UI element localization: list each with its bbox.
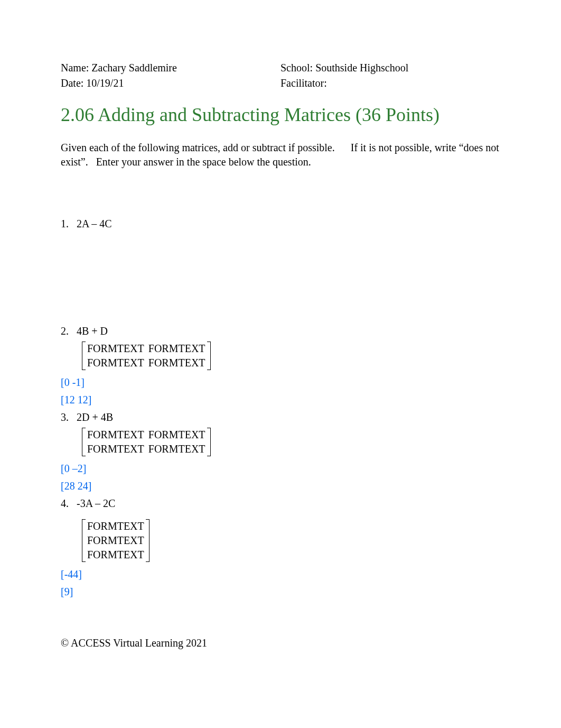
facilitator-label: Facilitator: [280,77,327,89]
school-value: Southside Highschool [315,62,408,73]
q4-matrix-placeholder: FORMTEXT FORMTEXT FORMTEXT [82,519,500,562]
q2-m-r1c2: FORMTEXT [146,342,208,356]
instructions: Given each of the following matrices, ad… [61,141,500,169]
date-label: Date: [61,77,86,89]
q4-m-r2: FORMTEXT [85,533,146,548]
school-line: School: Southside Highschool [280,61,500,75]
date-value: 10/19/21 [86,77,124,89]
q3-answer-row2: [28 24] [61,479,500,493]
q2-m-r2c2: FORMTEXT [146,356,208,370]
q2-matrix-placeholder: FORMTEXT FORMTEXT FORMTEXT FORMTEXT [82,342,500,370]
q4-matrix: FORMTEXT FORMTEXT FORMTEXT [82,519,149,562]
header-row-2: Date: 10/19/21 Facilitator: [61,76,500,90]
page-title: 2.06 Adding and Subtracting Matrices (36… [61,103,500,127]
question-2: 2. 4B + D [61,324,500,338]
q2-answer-row1: [0 -1] [61,375,500,390]
q1-expression: 2A – 4C [77,217,112,231]
q3-matrix-placeholder: FORMTEXT FORMTEXT FORMTEXT FORMTEXT [82,428,500,456]
facilitator-line: Facilitator: [280,76,500,90]
date-line: Date: 10/19/21 [61,76,280,90]
header-row-1: Name: Zachary Saddlemire School: Southsi… [61,61,500,75]
q2-answer-row2: [12 12] [61,393,500,407]
q4-m-r1: FORMTEXT [85,519,146,533]
question-4: 4. -3A – 2C [61,496,500,511]
q3-expression: 2D + 4B [77,410,113,425]
q2-number: 2. [61,324,77,338]
q3-m-r1c1: FORMTEXT [85,428,146,442]
q3-m-r1c2: FORMTEXT [146,428,208,442]
q3-number: 3. [61,410,77,425]
q2-m-r2c1: FORMTEXT [85,356,146,370]
question-1: 1. 2A – 4C [61,217,500,231]
q4-m-r3: FORMTEXT [85,548,146,562]
q4-expression: -3A – 2C [77,496,115,511]
q3-m-r2c2: FORMTEXT [146,442,208,456]
q4-answer-row1: [-44] [61,567,500,582]
q2-expression: 4B + D [77,324,108,338]
name-line: Name: Zachary Saddlemire [61,61,280,75]
q3-m-r2c1: FORMTEXT [85,442,146,456]
question-3: 3. 2D + 4B [61,410,500,425]
school-label: School: [280,62,315,73]
q3-matrix: FORMTEXT FORMTEXT FORMTEXT FORMTEXT [82,428,211,456]
q4-answer-row2: [9] [61,585,500,599]
name-value: Zachary Saddlemire [91,62,177,73]
q4-number: 4. [61,496,77,511]
q2-matrix: FORMTEXT FORMTEXT FORMTEXT FORMTEXT [82,342,211,370]
footer-copyright: © ACCESS Virtual Learning 2021 [61,636,500,650]
q3-answer-row1: [0 –2] [61,462,500,476]
name-label: Name: [61,62,91,73]
q2-m-r1c1: FORMTEXT [85,342,146,356]
q1-number: 1. [61,217,77,231]
